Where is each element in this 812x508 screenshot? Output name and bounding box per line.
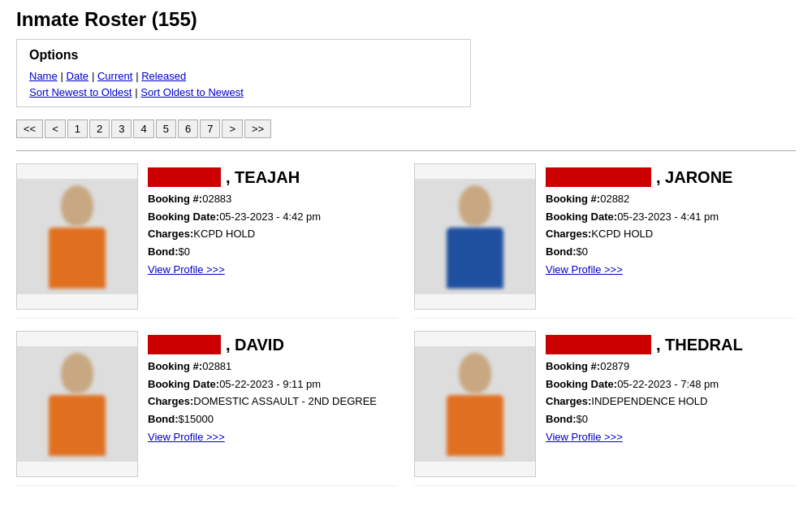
inmate-card-4: , THEDRAL Booking #:02879 Booking Date:0… xyxy=(414,331,796,486)
page-prev[interactable]: < xyxy=(45,119,66,138)
inmate-card-2: , JARONE Booking #:02882 Booking Date:05… xyxy=(414,163,796,319)
name-redacted-1 xyxy=(148,167,221,187)
sort-links: Sort Newest to Oldest | Sort Oldest to N… xyxy=(29,85,458,98)
page-3[interactable]: 3 xyxy=(111,119,132,138)
booking-num-2: Booking #:02882 xyxy=(546,191,796,207)
filter-name-link[interactable]: Name xyxy=(29,70,58,82)
view-profile-3[interactable]: View Profile >>> xyxy=(148,431,225,443)
page-next[interactable]: > xyxy=(222,119,243,138)
page-5[interactable]: 5 xyxy=(156,119,176,138)
booking-date-2: Booking Date:05-23-2023 - 4:41 pm xyxy=(546,209,796,225)
inmate-photo-3 xyxy=(16,331,138,477)
sort-newest-link[interactable]: Sort Newest to Oldest xyxy=(29,86,132,98)
booking-date-1: Booking Date:05-23-2023 - 4:42 pm xyxy=(148,209,398,225)
booking-date-3: Booking Date:05-22-2023 - 9:11 pm xyxy=(148,376,398,393)
name-redacted-4 xyxy=(546,335,651,354)
inmate-last-name-3: , DAVID xyxy=(226,336,284,354)
page-2[interactable]: 2 xyxy=(89,119,110,138)
charges-3: Charges:DOMESTIC ASSAULT - 2ND DEGREE xyxy=(148,393,398,410)
booking-date-4: Booking Date:05-22-2023 - 7:48 pm xyxy=(546,376,796,393)
options-panel: Options Name | Date | Current | Released… xyxy=(16,39,471,107)
roster-grid: , TEAJAH Booking #:02883 Booking Date:05… xyxy=(16,163,796,486)
booking-num-1: Booking #:02883 xyxy=(148,191,398,207)
filter-links: Name | Date | Current | Released xyxy=(29,69,458,82)
inmate-last-name-2: , JARONE xyxy=(656,168,732,187)
charges-1: Charges:KCPD HOLD xyxy=(148,226,398,242)
filter-current-link[interactable]: Current xyxy=(97,70,132,82)
view-profile-2[interactable]: View Profile >>> xyxy=(546,263,623,276)
divider xyxy=(16,150,796,151)
bond-3: Bond:$15000 xyxy=(148,411,398,428)
view-profile-1[interactable]: View Profile >>> xyxy=(148,263,225,276)
inmate-name-3: , DAVID xyxy=(148,335,398,354)
options-heading: Options xyxy=(29,48,458,63)
inmate-info-2: , JARONE Booking #:02882 Booking Date:05… xyxy=(546,163,796,310)
inmate-last-name-4: , THEDRAL xyxy=(656,336,743,354)
bond-4: Bond:$0 xyxy=(546,411,796,428)
inmate-photo-1 xyxy=(16,163,138,310)
bond-1: Bond:$0 xyxy=(148,244,398,260)
inmate-card-1: , TEAJAH Booking #:02883 Booking Date:05… xyxy=(16,163,398,319)
filter-released-link[interactable]: Released xyxy=(141,70,186,82)
inmate-info-4: , THEDRAL Booking #:02879 Booking Date:0… xyxy=(546,331,796,477)
sort-oldest-link[interactable]: Sort Oldest to Newest xyxy=(140,86,243,98)
inmate-card-3: , DAVID Booking #:02881 Booking Date:05-… xyxy=(16,331,398,486)
page-title: Inmate Roster (155) xyxy=(16,8,796,31)
page-6[interactable]: 6 xyxy=(178,119,198,138)
view-profile-4[interactable]: View Profile >>> xyxy=(546,431,623,443)
page-last[interactable]: >> xyxy=(244,119,271,138)
pagination: << < 1 2 3 4 5 6 7 > >> xyxy=(16,119,796,138)
inmate-name-4: , THEDRAL xyxy=(546,335,796,354)
booking-num-4: Booking #:02879 xyxy=(546,358,796,375)
booking-num-3: Booking #:02881 xyxy=(148,358,398,375)
inmate-info-1: , TEAJAH Booking #:02883 Booking Date:05… xyxy=(148,163,398,310)
inmate-last-name-1: , TEAJAH xyxy=(226,168,300,187)
charges-4: Charges:INDEPENDENCE HOLD xyxy=(546,393,796,410)
name-redacted-3 xyxy=(148,335,221,354)
inmate-photo-4 xyxy=(414,331,536,477)
page-first[interactable]: << xyxy=(16,119,43,138)
inmate-info-3: , DAVID Booking #:02881 Booking Date:05-… xyxy=(148,331,398,477)
name-redacted-2 xyxy=(546,167,651,187)
inmate-name-1: , TEAJAH xyxy=(148,167,398,187)
charges-2: Charges:KCPD HOLD xyxy=(546,226,796,242)
filter-date-link[interactable]: Date xyxy=(67,70,89,82)
page-7[interactable]: 7 xyxy=(200,119,220,138)
page-1[interactable]: 1 xyxy=(67,119,88,138)
page-4[interactable]: 4 xyxy=(133,119,153,138)
bond-2: Bond:$0 xyxy=(546,244,796,260)
inmate-photo-2 xyxy=(414,163,536,310)
inmate-name-2: , JARONE xyxy=(546,167,796,187)
